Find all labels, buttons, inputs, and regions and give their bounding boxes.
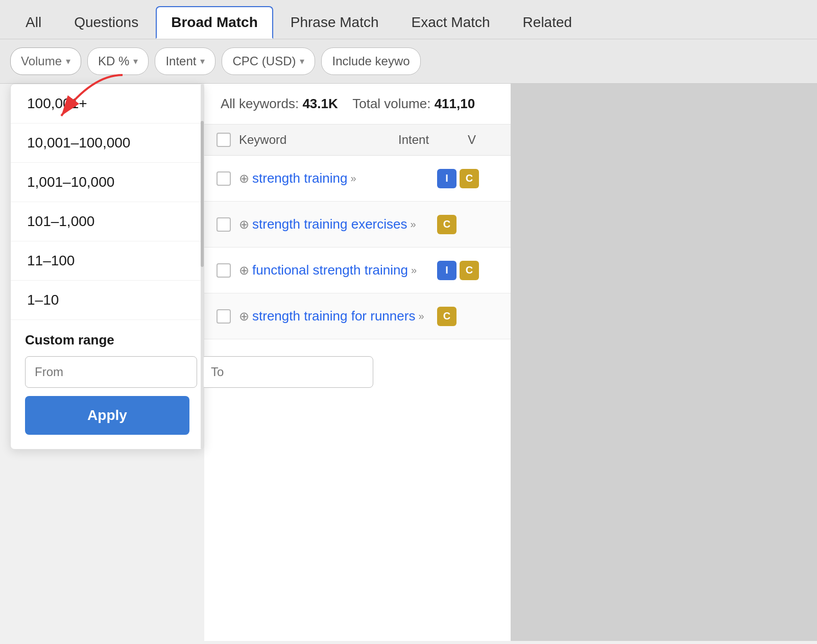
keyword-arrows-4: » [418, 310, 424, 322]
add-icon-4: ⊕ [239, 309, 249, 324]
intent-chevron-icon: ▾ [200, 56, 205, 67]
intent-badge-c-2: C [437, 215, 456, 234]
main-content: 100,001+ 10,001–100,000 1,001–10,000 101… [0, 84, 817, 641]
keyword-link-2[interactable]: ⊕ strength training exercises » [239, 216, 429, 232]
row-checkbox-2[interactable] [217, 217, 231, 232]
keyword-arrows-3: » [411, 264, 417, 276]
row-checkbox-3[interactable] [217, 263, 231, 278]
keyword-cell-2: ⊕ strength training exercises » [239, 216, 429, 232]
to-input[interactable] [201, 356, 373, 388]
keyword-text-1: strength training [252, 170, 347, 186]
table-row: ⊕ strength training for runners » C [204, 293, 511, 339]
total-volume-label: Total volume: [352, 96, 430, 111]
kd-filter-button[interactable]: KD % ▾ [87, 47, 149, 75]
tab-related[interactable]: Related [508, 6, 588, 39]
keyword-text-3: functional strength training [252, 262, 408, 278]
custom-range-section: Custom range Apply [11, 320, 204, 449]
row-checkbox-1[interactable] [217, 171, 231, 186]
intent-column-header: Intent [398, 133, 460, 147]
keyword-text-2: strength training exercises [252, 216, 407, 232]
option-10001-100000[interactable]: 10,001–100,000 [11, 123, 204, 163]
option-1001-10000[interactable]: 1,001–10,000 [11, 163, 204, 202]
table-header: Keyword Intent V [204, 125, 511, 156]
option-1-10[interactable]: 1–10 [11, 281, 204, 320]
volume-column-header: V [468, 133, 498, 147]
volume-dropdown: 100,001+ 10,001–100,000 1,001–10,000 101… [10, 84, 204, 450]
table-row: ⊕ strength training » I C [204, 156, 511, 202]
include-kw-label: Include keywo [332, 54, 410, 68]
tab-bar: All Questions Broad Match Phrase Match E… [0, 0, 817, 39]
filter-bar: Volume ▾ KD % ▾ Intent ▾ CPC (USD) ▾ Inc… [0, 39, 817, 84]
intent-label: Intent [165, 54, 196, 68]
apply-button[interactable]: Apply [25, 396, 189, 435]
volume-chevron-icon: ▾ [66, 56, 70, 67]
volume-filter-button[interactable]: Volume ▾ [10, 47, 81, 75]
intent-badge-i-3: I [437, 261, 456, 280]
scrollbar-thumb [201, 121, 204, 267]
option-101-1000[interactable]: 101–1,000 [11, 202, 204, 241]
intent-badge-c-1: C [460, 169, 479, 188]
volume-label: Volume [21, 54, 62, 68]
intent-cell-2: C [437, 215, 498, 234]
intent-cell-1: I C [437, 169, 498, 188]
table-row: ⊕ strength training exercises » C [204, 202, 511, 247]
keyword-link-1[interactable]: ⊕ strength training » [239, 170, 429, 186]
keyword-cell-4: ⊕ strength training for runners » [239, 308, 429, 324]
add-icon-3: ⊕ [239, 263, 249, 278]
include-keyword-filter-button[interactable]: Include keywo [321, 47, 420, 75]
keyword-column-header: Keyword [239, 133, 390, 147]
row-checkbox-4[interactable] [217, 309, 231, 324]
scrollbar[interactable] [201, 84, 204, 449]
tab-broad-match[interactable]: Broad Match [156, 6, 273, 39]
option-11-100[interactable]: 11–100 [11, 241, 204, 281]
tab-all[interactable]: All [10, 6, 57, 39]
tab-exact-match[interactable]: Exact Match [396, 6, 506, 39]
keyword-arrows-2: » [410, 218, 416, 230]
total-volume-count: 411,10 [435, 96, 475, 111]
custom-range-inputs [25, 356, 189, 388]
add-icon-1: ⊕ [239, 171, 249, 186]
all-keywords-label: All keywords: [221, 96, 299, 111]
cpc-filter-button[interactable]: CPC (USD) ▾ [222, 47, 315, 75]
cpc-label: CPC (USD) [232, 54, 296, 68]
keyword-cell-1: ⊕ strength training » [239, 170, 429, 186]
add-icon-2: ⊕ [239, 217, 249, 232]
intent-badge-c-4: C [437, 307, 456, 326]
kd-label: KD % [98, 54, 129, 68]
option-100001plus[interactable]: 100,001+ [11, 84, 204, 123]
intent-cell-3: I C [437, 261, 498, 280]
keyword-text-4: strength training for runners [252, 308, 415, 324]
keywords-summary: All keywords: 43.1K Total volume: 411,10 [204, 84, 511, 125]
keyword-link-4[interactable]: ⊕ strength training for runners » [239, 308, 429, 324]
table-row: ⊕ functional strength training » I C [204, 247, 511, 293]
keyword-cell-3: ⊕ functional strength training » [239, 262, 429, 278]
gray-overflow-panel [511, 84, 817, 641]
tab-phrase-match[interactable]: Phrase Match [275, 6, 394, 39]
all-keywords-count: 43.1K [302, 96, 338, 111]
intent-filter-button[interactable]: Intent ▾ [155, 47, 215, 75]
intent-cell-4: C [437, 307, 498, 326]
kd-chevron-icon: ▾ [133, 56, 138, 67]
from-input[interactable] [25, 356, 197, 388]
keyword-arrows-1: » [350, 172, 356, 184]
keyword-link-3[interactable]: ⊕ functional strength training » [239, 262, 429, 278]
tab-questions[interactable]: Questions [59, 6, 154, 39]
custom-range-label: Custom range [25, 332, 189, 348]
cpc-chevron-icon: ▾ [300, 56, 304, 67]
select-all-checkbox[interactable] [217, 133, 231, 147]
intent-badge-i-1: I [437, 169, 456, 188]
intent-badge-c-3: C [460, 261, 479, 280]
